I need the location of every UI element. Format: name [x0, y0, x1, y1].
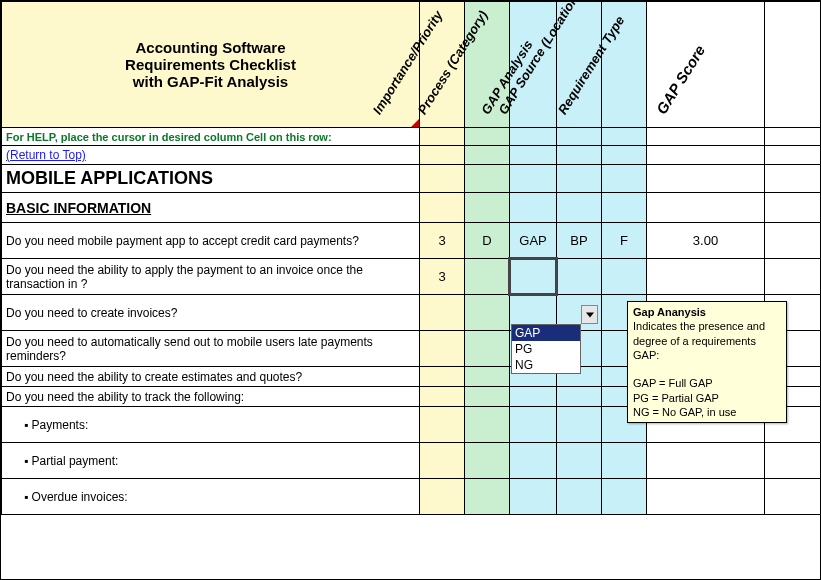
requirement-text[interactable]: ▪ Overdue invoices: [2, 479, 420, 515]
table-row: Do you need mobile payment app to accept… [2, 223, 822, 259]
cell-reqtype[interactable] [602, 259, 647, 295]
help-cell-source[interactable] [557, 128, 602, 146]
help-cell-extra [765, 128, 822, 146]
requirement-text[interactable]: ▪ Payments: [2, 407, 420, 443]
col-score-label: GAP Score [652, 42, 708, 117]
cell-importance[interactable]: 3 [420, 259, 465, 295]
subsection-row: BASIC INFORMATION [2, 193, 822, 223]
requirement-text[interactable]: Do you need mobile payment app to accept… [2, 223, 420, 259]
title-cell: Accounting Software Requirements Checkli… [2, 2, 420, 128]
cell-reqtype[interactable]: F [602, 223, 647, 259]
requirement-text[interactable]: Do you need to create invoices? [2, 295, 420, 331]
cell-score[interactable]: 3.00 [647, 223, 765, 259]
cell-score[interactable] [647, 259, 765, 295]
tooltip-line: Indicates the presence and degree of a r… [633, 319, 781, 362]
table-row: ▪ Partial payment: [2, 443, 822, 479]
help-cell-importance[interactable] [420, 128, 465, 146]
gap-dropdown-list[interactable]: GAP PG NG [511, 324, 581, 374]
gap-analysis-tooltip: Gap Ananysis Indicates the presence and … [627, 301, 787, 423]
table-row: ▪ Overdue invoices: [2, 479, 822, 515]
return-row: (Return to Top) [2, 146, 822, 165]
help-text: For HELP, place the cursor in desired co… [2, 128, 420, 146]
help-cell-score [647, 128, 765, 146]
dropdown-option-ng[interactable]: NG [512, 357, 580, 373]
section-row: MOBILE APPLICATIONS [2, 165, 822, 193]
cell-process[interactable] [465, 259, 510, 295]
cell-process[interactable]: D [465, 223, 510, 259]
cell-source[interactable] [557, 259, 602, 295]
cell-importance[interactable]: 3 [420, 223, 465, 259]
cell-gap-active[interactable] [510, 259, 557, 295]
tooltip-line: PG = Partial GAP [633, 391, 781, 405]
cell-source[interactable]: BP [557, 223, 602, 259]
dropdown-option-pg[interactable]: PG [512, 341, 580, 357]
requirement-text[interactable]: Do you need the ability to track the fol… [2, 387, 420, 407]
table-row: Do you need the ability to apply the pay… [2, 259, 822, 295]
tooltip-line: NG = No GAP, in use [633, 405, 781, 419]
help-row: For HELP, place the cursor in desired co… [2, 128, 822, 146]
chevron-down-icon [586, 312, 594, 318]
requirement-text[interactable]: Do you need to automatically send out to… [2, 331, 420, 367]
return-to-top-link[interactable]: (Return to Top) [6, 148, 86, 162]
header-row: Accounting Software Requirements Checkli… [2, 2, 822, 128]
requirement-text[interactable]: Do you need the ability to apply the pay… [2, 259, 420, 295]
help-cell-reqtype[interactable] [602, 128, 647, 146]
requirement-text[interactable]: Do you need the ability to create estima… [2, 367, 420, 387]
col-extra [765, 2, 822, 128]
subsection-title: BASIC INFORMATION [2, 193, 420, 223]
title-line-1: Accounting Software [135, 39, 285, 56]
tooltip-line: GAP = Full GAP [633, 376, 781, 390]
help-cell-process[interactable] [465, 128, 510, 146]
title-line-2: Requirements Checklist [125, 56, 296, 73]
cell-comment-indicator [411, 119, 419, 127]
section-title: MOBILE APPLICATIONS [2, 165, 420, 193]
help-cell-gap[interactable] [510, 128, 557, 146]
tooltip-title: Gap Ananysis [633, 305, 781, 319]
dropdown-option-gap[interactable]: GAP [512, 325, 580, 341]
title-line-3: with GAP-Fit Analysis [133, 73, 288, 90]
col-reqtype: Requirement Type [602, 2, 647, 128]
dropdown-arrow-button[interactable] [581, 305, 598, 324]
return-cell: (Return to Top) [2, 146, 420, 165]
app-window: Accounting Software Requirements Checkli… [0, 0, 821, 580]
checklist-table: Accounting Software Requirements Checkli… [1, 1, 821, 515]
cell-gap[interactable]: GAP [510, 223, 557, 259]
col-score: GAP Score [647, 2, 765, 128]
requirement-text[interactable]: ▪ Partial payment: [2, 443, 420, 479]
